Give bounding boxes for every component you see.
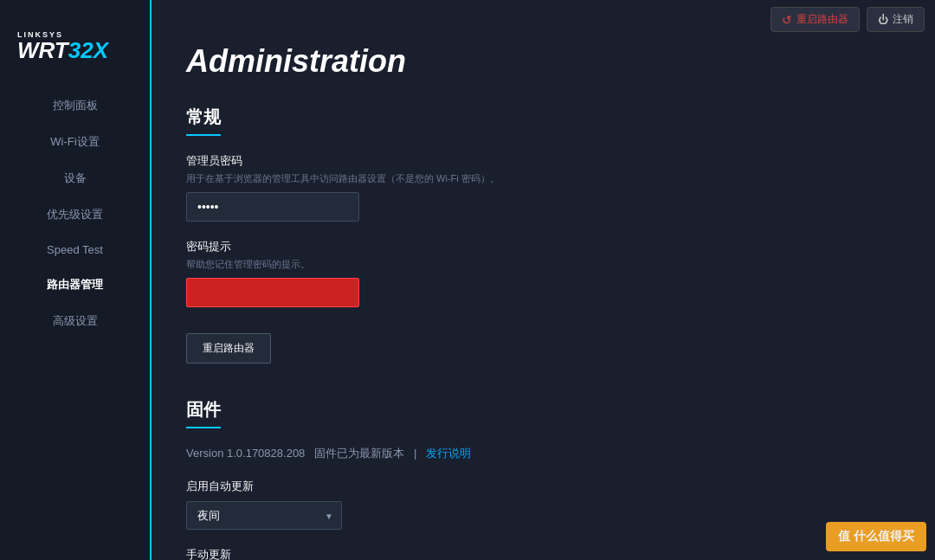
sidebar-item-advanced[interactable]: 高级设置: [0, 303, 150, 339]
password-label: 管理员密码: [186, 153, 900, 169]
manual-update-label: 手动更新: [186, 547, 900, 560]
sidebar-item-dashboard[interactable]: 控制面板: [0, 87, 150, 124]
password-input[interactable]: [186, 192, 359, 222]
power-icon: ⏻: [878, 14, 888, 26]
sidebar-item-speedtest[interactable]: Speed Test: [0, 233, 150, 267]
restart-router-button[interactable]: ↺ 重启路由器: [771, 7, 860, 32]
sidebar-item-wifi[interactable]: Wi-Fi设置: [0, 124, 150, 160]
firmware-status: 固件已为最新版本: [314, 447, 404, 460]
firmware-version: Version 1.0.170828.208: [186, 447, 305, 460]
auto-update-label: 启用自动更新: [186, 479, 900, 494]
model-name: WRT32X: [17, 39, 132, 61]
logout-button[interactable]: ⏻ 注销: [867, 7, 925, 32]
hint-input[interactable]: [186, 278, 359, 307]
sidebar-item-admin[interactable]: 路由器管理: [0, 267, 150, 303]
restart-icon: ↺: [782, 13, 792, 27]
firmware-separator: |: [414, 447, 416, 460]
main-content: Administration 常规 管理员密码 用于在基于浏览器的管理工具中访问…: [152, 0, 935, 560]
app-layout: LINKSYS WRT32X 控制面板 Wi-Fi设置 设备 优先级设置 Spe…: [0, 0, 935, 560]
hint-label: 密码提示: [186, 239, 900, 254]
sidebar-item-priority[interactable]: 优先级设置: [0, 196, 150, 233]
sidebar-item-devices[interactable]: 设备: [0, 160, 150, 196]
model-wrt: WRT: [17, 37, 68, 63]
general-section-title: 常规: [186, 106, 221, 136]
release-notes-link[interactable]: 发行说明: [426, 447, 471, 460]
auto-update-select-wrapper: 夜间 每天 每周 关闭 ▼: [186, 501, 342, 530]
logo: LINKSYS WRT32X: [0, 17, 150, 87]
hint-desc: 帮助您记住管理密码的提示。: [186, 258, 900, 271]
hint-group: 密码提示 帮助您记住管理密码的提示。: [186, 239, 900, 307]
top-bar: ↺ 重启路由器 ⏻ 注销: [760, 0, 935, 39]
auto-update-select[interactable]: 夜间 每天 每周 关闭: [186, 501, 342, 530]
watermark: 值 什么值得买: [826, 522, 926, 551]
firmware-section: 固件 Version 1.0.170828.208 固件已为最新版本 | 发行说…: [186, 398, 900, 560]
sidebar: LINKSYS WRT32X 控制面板 Wi-Fi设置 设备 优先级设置 Spe…: [0, 0, 152, 560]
general-section: 常规 管理员密码 用于在基于浏览器的管理工具中访问路由器设置（不是您的 Wi-F…: [186, 106, 900, 364]
restart-button[interactable]: 重启路由器: [186, 333, 271, 364]
firmware-info: Version 1.0.170828.208 固件已为最新版本 | 发行说明: [186, 446, 900, 461]
password-group: 管理员密码 用于在基于浏览器的管理工具中访问路由器设置（不是您的 Wi-Fi 密…: [186, 153, 900, 222]
password-desc: 用于在基于浏览器的管理工具中访问路由器设置（不是您的 Wi-Fi 密码）。: [186, 172, 900, 185]
firmware-section-title: 固件: [186, 398, 221, 428]
model-num: 32X: [68, 37, 108, 63]
page-title: Administration: [186, 43, 900, 80]
